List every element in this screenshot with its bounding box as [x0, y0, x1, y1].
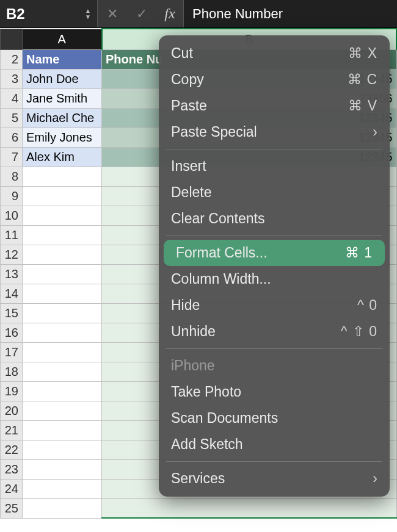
menu-separator: [166, 235, 382, 236]
cell[interactable]: [23, 440, 102, 459]
menu-label: Format Cells...: [176, 245, 345, 261]
chevron-right-icon: ›: [373, 470, 377, 487]
menu-item-add-sketch[interactable]: Add Sketch: [159, 431, 390, 458]
menu-label: Cut: [171, 45, 348, 62]
name-box[interactable]: B2 ▲ ▼: [0, 0, 98, 27]
menu-label: Column Width...: [171, 271, 377, 287]
menu-item-copy[interactable]: Copy ⌘ C: [159, 66, 390, 93]
menu-label: Scan Documents: [171, 410, 377, 426]
cell[interactable]: [23, 323, 102, 342]
row-header[interactable]: 14: [1, 284, 23, 303]
menu-item-column-width[interactable]: Column Width...: [159, 266, 390, 292]
cell[interactable]: [23, 284, 102, 303]
cell[interactable]: [23, 401, 102, 420]
confirm-edit-button[interactable]: ✓: [127, 0, 156, 27]
formula-bar: B2 ▲ ▼ ✕ ✓ fx Phone Number: [0, 0, 397, 28]
menu-item-services[interactable]: Services ›: [159, 466, 390, 492]
menu-label: Add Sketch: [171, 436, 377, 453]
cell[interactable]: [23, 264, 102, 284]
menu-shortcut: ^ ⇧ 0: [341, 323, 377, 340]
menu-item-delete[interactable]: Delete: [159, 179, 390, 206]
menu-separator: [166, 461, 382, 462]
table-row[interactable]: 25: [1, 498, 397, 518]
row-header[interactable]: 18: [1, 362, 23, 381]
cell[interactable]: [23, 167, 102, 186]
row-header[interactable]: 3: [1, 69, 23, 88]
row-header[interactable]: 13: [1, 264, 23, 284]
name-box-stepper[interactable]: ▲ ▼: [85, 9, 91, 20]
cell[interactable]: [23, 342, 102, 362]
row-header[interactable]: 17: [1, 342, 23, 362]
menu-item-scan-documents[interactable]: Scan Documents: [159, 405, 390, 431]
context-menu: Cut ⌘ X Copy ⌘ C Paste ⌘ V Paste Special…: [159, 35, 390, 497]
menu-item-cut[interactable]: Cut ⌘ X: [159, 40, 390, 66]
menu-item-insert[interactable]: Insert: [159, 153, 390, 179]
cell[interactable]: John Doe: [23, 69, 102, 88]
chevron-right-icon: ›: [373, 124, 377, 140]
row-header[interactable]: 24: [1, 479, 23, 498]
row-header[interactable]: 19: [1, 381, 23, 401]
cell[interactable]: [23, 206, 102, 225]
cell[interactable]: [23, 303, 102, 323]
cell[interactable]: [23, 381, 102, 401]
menu-shortcut: ⌘ V: [348, 98, 377, 114]
cell[interactable]: [23, 459, 102, 479]
row-header[interactable]: 7: [1, 147, 23, 167]
row-header[interactable]: 6: [1, 128, 23, 147]
cell[interactable]: Michael Che: [23, 108, 102, 128]
menu-item-clear-contents[interactable]: Clear Contents: [159, 206, 390, 232]
row-header[interactable]: 15: [1, 303, 23, 323]
menu-item-take-photo[interactable]: Take Photo: [159, 379, 390, 405]
cell[interactable]: [23, 498, 102, 518]
menu-label: Hide: [171, 297, 357, 314]
cancel-edit-button[interactable]: ✕: [98, 0, 127, 27]
cell[interactable]: Jane Smith: [23, 88, 102, 108]
menu-label: Take Photo: [171, 384, 377, 400]
cell[interactable]: [23, 420, 102, 440]
cell[interactable]: [23, 245, 102, 264]
cell[interactable]: [23, 186, 102, 206]
row-header[interactable]: 21: [1, 420, 23, 440]
row-header[interactable]: 4: [1, 88, 23, 108]
menu-item-hide[interactable]: Hide ^ 0: [159, 292, 390, 318]
menu-label: Services: [171, 470, 373, 487]
select-all-corner[interactable]: [1, 29, 23, 49]
row-header[interactable]: 16: [1, 323, 23, 342]
cell[interactable]: [102, 498, 397, 518]
fx-label[interactable]: fx: [156, 0, 183, 27]
row-header[interactable]: 23: [1, 459, 23, 479]
menu-shortcut: ⌘ C: [348, 71, 377, 88]
cell[interactable]: [23, 479, 102, 498]
row-header[interactable]: 25: [1, 498, 23, 518]
cell[interactable]: [23, 362, 102, 381]
cell[interactable]: Alex Kim: [23, 147, 102, 167]
chevron-down-icon: ▼: [85, 15, 91, 20]
row-header[interactable]: 9: [1, 186, 23, 206]
formula-input[interactable]: Phone Number: [183, 0, 397, 27]
close-icon: ✕: [107, 6, 118, 22]
formula-value: Phone Number: [192, 6, 283, 22]
row-header[interactable]: 11: [1, 225, 23, 245]
menu-label: Clear Contents: [171, 210, 377, 227]
row-header[interactable]: 12: [1, 245, 23, 264]
row-header[interactable]: 20: [1, 401, 23, 420]
cell[interactable]: [23, 225, 102, 245]
cell-name-header[interactable]: Name: [23, 49, 102, 69]
cell[interactable]: Emily Jones: [23, 128, 102, 147]
row-header[interactable]: 8: [1, 167, 23, 186]
menu-item-format-cells[interactable]: Format Cells... ⌘ 1: [164, 240, 385, 266]
menu-item-unhide[interactable]: Unhide ^ ⇧ 0: [159, 318, 390, 345]
menu-shortcut: ^ 0: [357, 297, 377, 314]
column-header-A[interactable]: A: [23, 29, 102, 49]
row-header[interactable]: 10: [1, 206, 23, 225]
row-header[interactable]: 5: [1, 108, 23, 128]
menu-label: Paste Special: [171, 124, 373, 140]
menu-label: Insert: [171, 158, 377, 174]
menu-item-paste-special[interactable]: Paste Special ›: [159, 119, 390, 145]
row-header[interactable]: 22: [1, 440, 23, 459]
row-header[interactable]: 2: [1, 49, 23, 69]
menu-label: Paste: [171, 98, 348, 114]
menu-item-paste[interactable]: Paste ⌘ V: [159, 93, 390, 119]
menu-separator: [166, 348, 382, 349]
menu-shortcut: ⌘ X: [348, 45, 377, 62]
